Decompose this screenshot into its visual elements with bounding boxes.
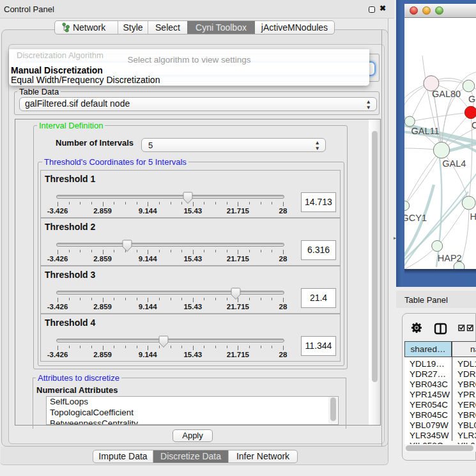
svg-text:G.: G. (468, 94, 476, 104)
svg-text:GAL80: GAL80 (432, 89, 461, 99)
svg-text:H: H (470, 211, 476, 222)
svg-text:GCY1: GCY1 (404, 213, 427, 223)
svg-text:GAL4: GAL4 (442, 158, 466, 169)
svg-text:HAP2: HAP2 (438, 253, 462, 263)
svg-text:GAL11: GAL11 (411, 126, 440, 136)
svg-text:C: C (472, 120, 476, 130)
